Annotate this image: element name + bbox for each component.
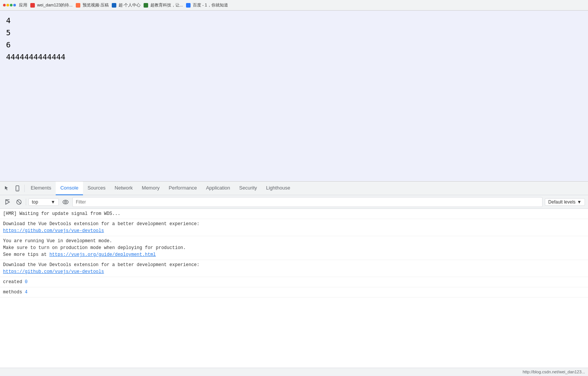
console-entry-hmr: [HMR] Waiting for update signal from WDS… (0, 209, 588, 219)
app-icons (3, 4, 16, 6)
tab-elements[interactable]: Elements (26, 182, 56, 195)
console-output: [HMR] Waiting for update signal from WDS… (0, 209, 588, 368)
tab-lighthouse[interactable]: Lighthouse (261, 182, 295, 195)
tab-console[interactable]: Console (56, 182, 83, 195)
filter-input[interactable] (72, 197, 543, 207)
console-entry-devtools-1: Download the Vue Devtools extension for … (0, 219, 588, 236)
methods-value: 4 (25, 290, 28, 295)
vue-deployment-link[interactable]: https://vuejs.org/guide/deployment.html (49, 252, 156, 257)
context-selector[interactable]: top ▼ (28, 198, 59, 206)
bookmark-personal[interactable]: 超·个人中心 (112, 2, 141, 8)
tab-application[interactable]: Application (202, 182, 235, 195)
context-dropdown-arrow: ▼ (51, 199, 55, 205)
console-toolbar: top ▼ Default levels ▼ (0, 195, 588, 209)
page-line-4: 4444444444444 (6, 51, 582, 63)
tab-sources[interactable]: Sources (83, 182, 110, 195)
page-line-3: 6 (6, 39, 582, 51)
page-line-1: 4 (6, 14, 582, 27)
bookmark-weidamu[interactable]: wei_dam123的待... (30, 2, 73, 8)
svg-point-7 (65, 201, 67, 203)
svg-point-1 (17, 190, 18, 190)
tab-network[interactable]: Network (110, 182, 138, 195)
tab-security[interactable]: Security (235, 182, 261, 195)
clear-console-icon[interactable] (14, 197, 23, 207)
bookmark-bar: 应用 wei_dam123的待... 预览视频·压稿 超·个人中心 超教育科技，… (0, 0, 588, 11)
page-content-area: 4 5 6 4444444444444 (0, 11, 588, 181)
bookmark-education[interactable]: 超教育科技，让... (144, 2, 183, 8)
device-toolbar-icon[interactable] (12, 183, 23, 194)
eye-icon[interactable] (61, 197, 70, 207)
inspect-icon[interactable] (2, 183, 12, 194)
page-line-2: 5 (6, 27, 582, 39)
console-entry-methods: methods 4 (0, 287, 588, 298)
console-entry-devtools-2: Download the Vue Devtools extension for … (0, 260, 588, 277)
created-value: 0 (25, 279, 28, 285)
run-script-icon[interactable] (3, 197, 12, 207)
vue-devtools-link-2[interactable]: https://github.com/vuejs/vue-devtools (3, 269, 104, 274)
bookmark-baidu[interactable]: 百度 - 1，你就知道 (186, 2, 228, 8)
tab-performance[interactable]: Performance (164, 182, 201, 195)
tab-separator-left (24, 185, 25, 192)
devtools-panel: Elements Console Sources Network Memory … (0, 181, 588, 375)
bookmark-apps[interactable]: 应用 (19, 2, 27, 8)
devtools-tab-bar: Elements Console Sources Network Memory … (0, 182, 588, 195)
vue-devtools-link-1[interactable]: https://github.com/vuejs/vue-devtools (3, 228, 104, 233)
levels-button[interactable]: Default levels ▼ (545, 198, 585, 206)
svg-point-6 (63, 200, 68, 204)
status-url: http://blog.csdn.net/wei_dan123... (522, 370, 585, 374)
console-entry-created: created 0 (0, 277, 588, 287)
bookmark-preview[interactable]: 预览视频·压稿 (76, 2, 109, 8)
status-bar: http://blog.csdn.net/wei_dan123... (0, 368, 588, 375)
svg-marker-2 (6, 200, 9, 204)
console-entry-vue-mode: You are running Vue in development mode.… (0, 236, 588, 260)
toolbar-separator (26, 199, 26, 205)
levels-dropdown-arrow: ▼ (577, 199, 582, 205)
tab-memory[interactable]: Memory (137, 182, 164, 195)
svg-line-5 (17, 200, 21, 204)
